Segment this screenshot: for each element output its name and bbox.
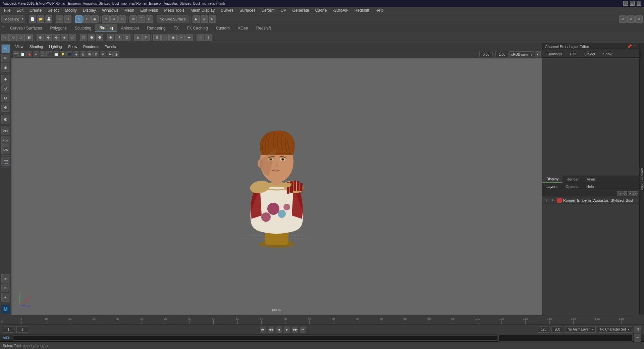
- paint-weights-icon[interactable]: ◧: [25, 34, 33, 41]
- play-back-button[interactable]: ◀: [276, 327, 282, 333]
- paint-tool-sidebar[interactable]: ✏: [1, 54, 10, 62]
- timeline[interactable]: 1510152025303540455055606570758085909510…: [0, 315, 644, 325]
- new-scene-button[interactable]: 📄: [29, 15, 36, 23]
- layer-subtab-options[interactable]: Options: [563, 184, 581, 189]
- universal-tool-sidebar[interactable]: ⊕: [1, 103, 10, 112]
- rotate-tool-sidebar[interactable]: ↺: [1, 84, 10, 93]
- ik-handle-icon[interactable]: ⊗: [45, 34, 52, 41]
- undo-button[interactable]: ↩: [56, 15, 63, 23]
- menu-windows[interactable]: Windows: [99, 7, 121, 13]
- viewport-menu-shading[interactable]: Shading: [27, 44, 46, 49]
- universal-manip-icon[interactable]: ⊕: [134, 34, 142, 41]
- menu-edit[interactable]: Edit: [14, 7, 26, 13]
- select-arrow-icon[interactable]: ↖: [1, 34, 9, 41]
- detach-skin-icon[interactable]: ◇: [69, 34, 76, 41]
- snap-points-icon[interactable]: ⊞: [153, 34, 161, 41]
- playback-end-display[interactable]: [538, 327, 549, 333]
- vp-grid-icon[interactable]: #: [33, 51, 39, 57]
- menu-file[interactable]: File: [1, 7, 13, 13]
- step-back-button[interactable]: ◀◀: [268, 327, 274, 333]
- channel-tab-edit[interactable]: Edit: [566, 50, 580, 58]
- snap-point-button[interactable]: ⊙: [146, 15, 153, 23]
- menu-edit-mesh[interactable]: Edit Mesh: [138, 7, 161, 13]
- minimize-button[interactable]: —: [623, 1, 628, 6]
- vp-shadow-icon[interactable]: 🌑: [66, 51, 72, 57]
- soft-mod-icon[interactable]: ⬢: [88, 34, 95, 41]
- snap-right-icon[interactable]: ▷: [17, 34, 25, 41]
- menu-curves[interactable]: Curves: [218, 7, 236, 13]
- tab-fx[interactable]: FX: [170, 24, 183, 32]
- bar-icon[interactable]: |: [205, 34, 212, 41]
- display-layer-icon[interactable]: ⊞: [1, 274, 10, 283]
- menu-mesh-tools[interactable]: Mesh Tools: [162, 7, 187, 13]
- plus-icon[interactable]: ➕: [197, 34, 204, 41]
- anim-layer-dropdown[interactable]: No Anim Layer: [565, 327, 596, 333]
- menu-help[interactable]: Help: [373, 7, 386, 13]
- menu-mesh-display[interactable]: Mesh Display: [188, 7, 217, 13]
- layer-btn-2[interactable]: ◁◁: [623, 191, 627, 196]
- anim-layer-icon[interactable]: ⊟: [1, 293, 10, 302]
- layer-btn-4[interactable]: ▷▷: [633, 191, 638, 196]
- viewport-menu-view[interactable]: View: [13, 44, 26, 49]
- render-frame-button[interactable]: ▶: [193, 15, 200, 23]
- soft-select-sidebar[interactable]: ◐: [1, 115, 10, 123]
- attribute-editor-button[interactable]: ≡: [627, 15, 635, 23]
- vp-xray-icon[interactable]: ◈: [73, 51, 79, 57]
- tab-fx-caching[interactable]: FX Caching: [183, 24, 212, 32]
- scale-tool-sidebar[interactable]: ⊡: [1, 94, 10, 102]
- display-tab-display[interactable]: Display: [542, 176, 562, 183]
- blendshape-icon[interactable]: ⬣: [96, 34, 103, 41]
- move-tool-button[interactable]: ✚: [102, 15, 110, 23]
- scale-tool-button[interactable]: ⊡: [118, 15, 126, 23]
- rotate-tool-button[interactable]: ↺: [110, 15, 118, 23]
- scale-tool-ctx-icon[interactable]: ⊡: [123, 34, 130, 41]
- redo-button[interactable]: ↪: [64, 15, 71, 23]
- channel-tab-channels[interactable]: Channels: [542, 50, 566, 58]
- layer-subtab-help[interactable]: Help: [584, 184, 597, 189]
- tab-curves---surfaces[interactable]: Curves / Surfaces: [6, 24, 46, 32]
- preferences-button[interactable]: ⚙: [634, 326, 641, 333]
- vp-value-input-2[interactable]: [495, 52, 509, 57]
- mode-dropdown[interactable]: Modeling: [1, 15, 25, 23]
- menu-modify[interactable]: Modify: [62, 7, 79, 13]
- select-tool-sidebar[interactable]: ↖: [1, 44, 10, 53]
- menu-generate[interactable]: Generate: [289, 7, 312, 13]
- menu-uv[interactable]: UV: [278, 7, 289, 13]
- vp-joints-icon[interactable]: ⊕: [100, 51, 106, 57]
- vertex-mode-sidebar[interactable]: VTX: [1, 127, 10, 135]
- menu-surfaces[interactable]: Surfaces: [237, 7, 258, 13]
- viewport-menu-lighting[interactable]: Lighting: [46, 44, 65, 49]
- menu-create[interactable]: Create: [27, 7, 44, 13]
- gamma-select[interactable]: sRGB gamma: [509, 51, 534, 57]
- layer-visibility[interactable]: V: [544, 198, 549, 202]
- vp-isolate-icon[interactable]: ◎: [80, 51, 86, 57]
- skip-to-end-button[interactable]: ⏭: [300, 327, 306, 333]
- character-set-dropdown[interactable]: No Character Set: [598, 327, 632, 333]
- vp-wireframe-icon[interactable]: ⬚: [40, 51, 46, 57]
- cluster-icon[interactable]: ⬡: [80, 34, 87, 41]
- multi-cut-icon[interactable]: ✂: [177, 34, 185, 41]
- layer-btn-3[interactable]: +: [628, 191, 633, 196]
- snap-to-grid-icon[interactable]: ⋯: [161, 34, 169, 41]
- move-tool-sidebar[interactable]: ✚: [1, 75, 10, 84]
- edge-mode-sidebar[interactable]: EDG: [1, 136, 10, 145]
- panel-pin-icon[interactable]: 📌: [627, 44, 632, 49]
- select-tool-button[interactable]: ↖: [75, 15, 83, 23]
- vp-camera-icon[interactable]: 📷: [13, 51, 19, 57]
- tab-custom[interactable]: Custom: [212, 24, 234, 32]
- ipr-button[interactable]: ◎: [201, 15, 208, 23]
- menu--3dtoall-[interactable]: -3DtoAll-: [330, 7, 351, 13]
- vp-texture-icon[interactable]: ⬜: [53, 51, 59, 57]
- vp-value-input-1[interactable]: [479, 52, 493, 57]
- open-scene-button[interactable]: 📂: [37, 15, 44, 23]
- no-live-surface-label[interactable]: No Live Surface: [157, 15, 189, 23]
- sculpt-tool-sidebar[interactable]: ◉: [1, 63, 10, 72]
- bind-skin-icon[interactable]: ◈: [61, 34, 68, 41]
- attribute-editor-toggle[interactable]: Attribute Editor: [639, 43, 644, 315]
- tab-polygons[interactable]: Polygons: [46, 24, 70, 32]
- current-frame-input[interactable]: [16, 327, 28, 333]
- camera-tool-sidebar[interactable]: 📷: [1, 157, 10, 166]
- menu-select[interactable]: Select: [45, 7, 61, 13]
- tab-animation[interactable]: Animation: [117, 24, 143, 32]
- save-scene-button[interactable]: 💾: [45, 15, 52, 23]
